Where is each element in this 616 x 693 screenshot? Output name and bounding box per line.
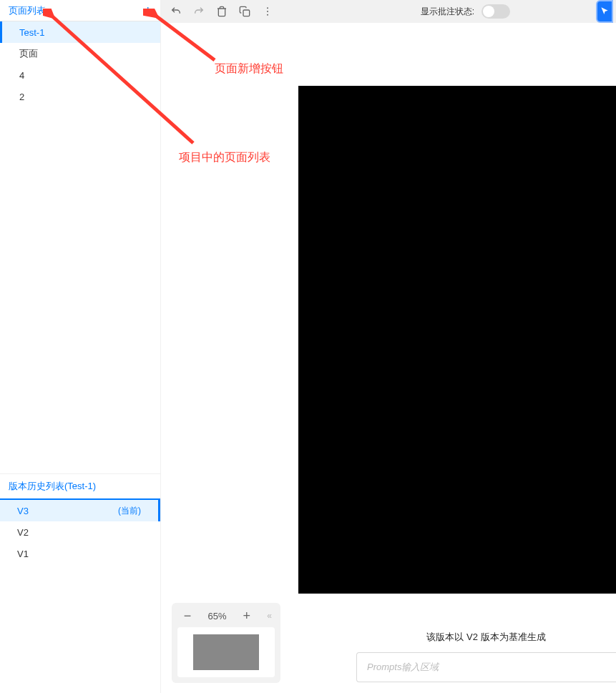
version-base-note: 该版本以 V2 版本为基准生成: [356, 631, 616, 644]
collapse-icon[interactable]: «: [267, 611, 272, 621]
undo-button[interactable]: [165, 1, 187, 22]
page-item-label: 4: [19, 70, 24, 81]
redo-button[interactable]: [188, 1, 210, 22]
copy-button[interactable]: [234, 1, 255, 22]
version-item[interactable]: V3 (当前): [0, 500, 160, 521]
annotation-status-label: 显示批注状态:: [421, 6, 474, 18]
svg-point-3: [267, 14, 268, 16]
minimap-viewport: [193, 634, 259, 670]
version-current-tag: (当前): [118, 505, 141, 517]
page-item-label: Test-1: [19, 27, 44, 38]
page-list: Test-1 页面 4 2: [0, 21, 160, 107]
cursor-mode-button[interactable]: [596, 0, 613, 23]
add-page-button[interactable]: +: [144, 4, 152, 17]
page-item[interactable]: 4: [0, 64, 160, 86]
annotation-toggle[interactable]: [481, 4, 510, 19]
version-item[interactable]: V2: [0, 521, 160, 543]
zoom-panel: − 65% + «: [172, 603, 280, 683]
top-right-controls: 显示批注状态:: [421, 0, 616, 23]
page-item[interactable]: 2: [0, 86, 160, 107]
page-item-label: 2: [19, 92, 24, 102]
svg-rect-0: [243, 10, 250, 16]
prompt-area: 该版本以 V2 版本为基准生成 Prompts输入区域: [356, 631, 616, 682]
svg-point-1: [267, 7, 268, 9]
canvas-area[interactable]: [161, 23, 616, 693]
version-list: V3 (当前) V2 V1: [0, 500, 160, 564]
page-item-test1[interactable]: Test-1: [0, 21, 160, 43]
zoom-out-button[interactable]: −: [180, 609, 195, 623]
canvas-preview[interactable]: [298, 86, 616, 594]
version-list-title: 版本历史列表(Test-1): [0, 473, 160, 500]
delete-button[interactable]: [211, 1, 233, 22]
minimap[interactable]: [177, 627, 275, 677]
version-name: V2: [17, 527, 29, 538]
prompt-input[interactable]: Prompts输入区域: [356, 652, 616, 682]
page-item-label: 页面: [19, 47, 38, 60]
main-area: 显示批注状态:: [161, 0, 616, 693]
page-item[interactable]: 页面: [0, 43, 160, 64]
zoom-value: 65%: [207, 611, 226, 621]
svg-point-2: [267, 11, 268, 12]
version-item[interactable]: V1: [0, 543, 160, 564]
page-list-header: 页面列表 +: [0, 0, 160, 21]
sidebar: 页面列表 + Test-1 页面 4 2 版本历史列表(Test-1) V3 (…: [0, 0, 161, 693]
more-button[interactable]: [257, 1, 278, 22]
zoom-in-button[interactable]: +: [240, 609, 254, 623]
page-list-title: 页面列表: [9, 4, 46, 17]
version-name: V1: [17, 549, 29, 559]
version-name: V3: [17, 506, 29, 516]
